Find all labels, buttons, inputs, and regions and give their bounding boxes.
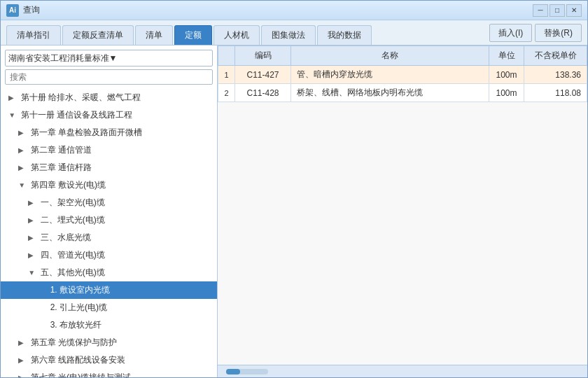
col-header-price: 不含税单价 — [524, 46, 587, 66]
table-row[interactable]: 1 C11-427 管、暗槽内穿放光缆 100m 138.36 — [218, 66, 587, 84]
tree-item-t16[interactable]: ▶ 第六章 线路配线设备安装 — [1, 351, 217, 369]
tab-labor[interactable]: 人材机 — [214, 25, 260, 45]
window-title: 查询 — [23, 4, 533, 16]
window-controls: ─ □ ✕ — [533, 4, 582, 17]
tab-quota[interactable]: 定额 — [174, 25, 212, 45]
cell-row2-price: 118.08 — [524, 84, 587, 102]
cell-row1-price: 138.36 — [524, 66, 587, 84]
tree-item-t7[interactable]: ▶ 一、架空光(电)缆 — [1, 194, 217, 211]
tree-container: ▶ 第十册 给排水、采暖、燃气工程 ▼ 第十一册 通信设备及线路工程 ▶ 第一章… — [1, 88, 217, 377]
maximize-button[interactable]: □ — [550, 4, 565, 17]
quota-selector[interactable]: 湖南省安装工程消耗量标准(2020) ▼ — [5, 50, 213, 66]
data-table: 编码 名称 单位 不含税单价 1 C11-427 管、暗槽内穿放光缆 100m … — [218, 46, 587, 102]
tabs-bar: 清单指引 定额反查清单 清单 定额 人材机 图集做法 我的数据 插入(I) 替换… — [1, 20, 587, 46]
col-header-name: 名称 — [291, 46, 489, 66]
close-button[interactable]: ✕ — [566, 4, 582, 17]
tree-item-t11[interactable]: ▼ 五、其他光(电)缆 — [1, 264, 217, 281]
quota-selector-value: 湖南省安装工程消耗量标准(2020) — [8, 52, 109, 64]
tree-item-t9[interactable]: ▶ 三、水底光缆 — [1, 229, 217, 246]
tree-item-t10[interactable]: ▶ 四、管道光(电)缆 — [1, 246, 217, 264]
tree-item-t2[interactable]: ▼ 第十一册 通信设备及线路工程 — [1, 106, 217, 124]
h-scrollbar-thumb — [226, 369, 240, 374]
cell-row1-unit: 100m — [489, 66, 524, 84]
tree-item-t13[interactable]: 2. 引上光(电)缆 — [1, 299, 217, 316]
col-header-unit: 单位 — [489, 46, 524, 66]
status-bar — [218, 365, 587, 377]
tree-item-t8[interactable]: ▶ 二、埋式光(电)缆 — [1, 211, 217, 229]
tree-item-t4[interactable]: ▶ 第二章 通信管道 — [1, 141, 217, 159]
replace-button[interactable]: 替换(R) — [535, 24, 582, 42]
tree-item-t12[interactable]: 1. 敷设室内光缆 — [1, 281, 217, 299]
action-buttons: 插入(I) 替换(R) — [489, 24, 582, 45]
cell-row1-num: 1 — [218, 66, 235, 84]
cell-row2-unit: 100m — [489, 84, 524, 102]
tab-list[interactable]: 清单 — [135, 25, 173, 45]
col-header-code: 编码 — [235, 46, 291, 66]
cell-row2-num: 2 — [218, 84, 235, 102]
tab-quota-list[interactable]: 定额反查清单 — [62, 25, 134, 45]
minimize-button[interactable]: ─ — [533, 4, 548, 17]
tree-item-t14[interactable]: 3. 布放软光纤 — [1, 316, 217, 334]
cell-row2-code: C11-428 — [235, 84, 291, 102]
left-panel: 湖南省安装工程消耗量标准(2020) ▼ ▶ 第十册 给排水、采暖、燃气工程 ▼… — [1, 46, 218, 377]
tree-item-t1[interactable]: ▶ 第十册 给排水、采暖、燃气工程 — [1, 89, 217, 106]
tab-guide[interactable]: 清单指引 — [6, 25, 61, 45]
tree-item-t3[interactable]: ▶ 第一章 单盘检验及路面开微槽 — [1, 124, 217, 141]
tab-mydata[interactable]: 我的数据 — [317, 25, 372, 45]
tree-item-t17[interactable]: ▶ 第七章 光(电)缆接续与测试 — [1, 369, 217, 377]
right-panel: 编码 名称 单位 不含税单价 1 C11-427 管、暗槽内穿放光缆 100m … — [218, 46, 587, 377]
h-scrollbar[interactable] — [226, 369, 268, 374]
tree-item-t5[interactable]: ▶ 第三章 通信杆路 — [1, 159, 217, 176]
cell-row2-name: 桥架、线槽、网络地板内明布光缆 — [291, 84, 489, 102]
table-header-row: 编码 名称 单位 不含税单价 — [218, 46, 587, 66]
insert-button[interactable]: 插入(I) — [489, 24, 532, 42]
search-input[interactable] — [5, 69, 213, 85]
dropdown-arrow-icon: ▼ — [109, 53, 210, 63]
cell-row1-code: C11-427 — [235, 66, 291, 84]
app-icon: Ai — [6, 4, 19, 17]
tree-item-t6[interactable]: ▼ 第四章 敷设光(电)缆 — [1, 176, 217, 194]
title-bar: Ai 查询 ─ □ ✕ — [1, 1, 587, 20]
main-window: Ai 查询 ─ □ ✕ 清单指引 定额反查清单 清单 定额 人材机 图集做法 我… — [0, 0, 588, 378]
cell-row1-name: 管、暗槽内穿放光缆 — [291, 66, 489, 84]
table-row[interactable]: 2 C11-428 桥架、线槽、网络地板内明布光缆 100m 118.08 — [218, 84, 587, 102]
tree-item-t15[interactable]: ▶ 第五章 光缆保护与防护 — [1, 334, 217, 351]
tab-figure[interactable]: 图集做法 — [261, 25, 316, 45]
main-content: 湖南省安装工程消耗量标准(2020) ▼ ▶ 第十册 给排水、采暖、燃气工程 ▼… — [1, 46, 587, 377]
col-header-num — [218, 46, 235, 66]
